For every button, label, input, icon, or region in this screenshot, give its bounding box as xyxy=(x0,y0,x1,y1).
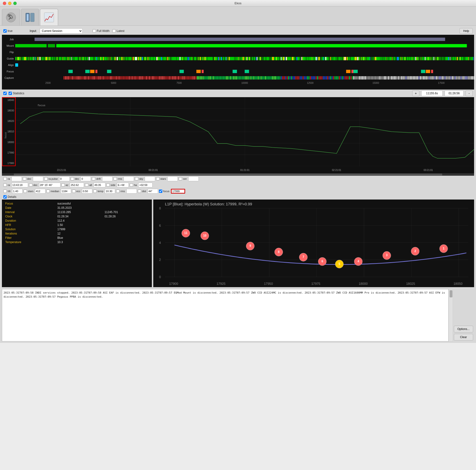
mount-az-cb[interactable] xyxy=(61,183,65,187)
capture-checkbox-label[interactable] xyxy=(3,190,7,193)
maximize-button[interactable] xyxy=(13,2,17,5)
guide-rapulse-cb-label[interactable] xyxy=(44,177,48,180)
guide-rms-cb[interactable] xyxy=(114,177,117,180)
capture-stars-input[interactable] xyxy=(35,189,46,193)
guide-checkbox-label[interactable] xyxy=(3,177,7,180)
details-checkbox-label[interactable]: Details xyxy=(3,195,17,199)
guide-stars-input[interactable] xyxy=(167,176,178,181)
latest-checkbox[interactable] xyxy=(112,29,116,33)
stats-checkbox2[interactable] xyxy=(9,92,12,95)
capture-median-input[interactable] xyxy=(61,189,71,193)
capture-ecc-cb[interactable] xyxy=(72,190,75,193)
guide-snr-cb-label[interactable] xyxy=(179,177,182,180)
mount-side-input[interactable] xyxy=(117,183,129,187)
details-checkbox[interactable] xyxy=(3,195,7,199)
mount-alt-input[interactable] xyxy=(94,183,105,187)
guide-dec-input[interactable] xyxy=(33,176,43,181)
stats-checkbox1[interactable] xyxy=(3,92,7,95)
tab-analyzer[interactable] xyxy=(40,9,58,25)
capture-rms-cb[interactable] xyxy=(116,190,119,193)
guide-drift-cb-label[interactable] xyxy=(92,177,95,180)
guide-rms-cb-label[interactable] xyxy=(114,177,117,180)
capture-temp-input[interactable] xyxy=(105,189,115,193)
timeline-checkbox-label[interactable]: true xyxy=(3,29,13,33)
guide-checkbox[interactable] xyxy=(3,177,7,180)
guide-dec2-cb-label[interactable] xyxy=(71,177,74,180)
mount-ha-cb-label[interactable] xyxy=(130,183,133,187)
mount-checkbox[interactable] xyxy=(3,183,7,187)
guide-dec2-cb[interactable] xyxy=(71,177,74,180)
capture-temp-cb[interactable] xyxy=(93,190,97,193)
full-width-label[interactable]: Full Width xyxy=(93,29,109,33)
mount-ra-input[interactable] xyxy=(11,183,28,187)
capture-ecc-cb-label[interactable] xyxy=(72,190,75,193)
guide-dec-cb[interactable] xyxy=(23,177,26,180)
guide-drift-input[interactable] xyxy=(102,176,113,181)
timeline-checkbox[interactable] xyxy=(3,29,7,33)
guide-dec-cb-label[interactable] xyxy=(23,177,26,180)
mount-side-cb-label[interactable] xyxy=(106,183,110,187)
guide-drift-cb[interactable] xyxy=(92,177,95,180)
tab-modules[interactable] xyxy=(21,9,39,25)
guide-stars-cb-label[interactable] xyxy=(156,177,159,180)
mount-dec-input[interactable] xyxy=(39,183,60,187)
latest-label[interactable]: Latest xyxy=(112,29,124,33)
capture-stars-cb[interactable] xyxy=(24,190,27,193)
stats-checkbox1-label[interactable] xyxy=(3,92,7,95)
log-scrollbar-thumb[interactable] xyxy=(450,290,452,297)
capture-focus-cb-label[interactable] xyxy=(159,190,162,193)
full-width-checkbox[interactable] xyxy=(93,29,96,33)
mount-ha-input[interactable] xyxy=(138,183,153,187)
guide-snr-cb[interactable] xyxy=(179,177,182,180)
mount-side-cb[interactable] xyxy=(106,183,110,187)
options-button[interactable]: Options... xyxy=(454,326,473,332)
graph-scrollbar[interactable] xyxy=(2,173,474,176)
tab-settings[interactable] xyxy=(2,9,20,25)
close-button[interactable] xyxy=(3,2,6,5)
stats-time-input[interactable] xyxy=(444,90,464,96)
capture-stars-cb-label[interactable] xyxy=(24,190,27,193)
capture-dist-cb-label[interactable] xyxy=(138,190,141,193)
mount-alt-cb-label[interactable] xyxy=(85,183,88,187)
capture-focus-cb[interactable] xyxy=(159,190,162,193)
capture-focus-input[interactable] xyxy=(171,189,185,193)
stats-checkbox2-label[interactable]: Statistics xyxy=(9,92,24,95)
minimize-button[interactable] xyxy=(8,2,11,5)
mount-dec-cb[interactable] xyxy=(29,183,32,187)
capture-ecc-input[interactable] xyxy=(82,189,92,193)
capture-median-cb-label[interactable] xyxy=(46,190,50,193)
guide-sky-cb[interactable] xyxy=(135,177,138,180)
stats-plus-button[interactable]: + xyxy=(412,90,419,96)
guide-ra-input[interactable] xyxy=(11,176,22,181)
stats-value-input[interactable] xyxy=(421,90,443,96)
log-scrollbar[interactable] xyxy=(449,289,453,341)
clear-button[interactable]: Clear xyxy=(454,334,473,340)
guide-sky-input[interactable] xyxy=(145,176,155,181)
capture-rms-input[interactable] xyxy=(126,189,137,193)
capture-hfr-input[interactable] xyxy=(12,189,23,193)
capture-rms-cb-label[interactable] xyxy=(116,190,119,193)
guide-sky-cb-label[interactable] xyxy=(135,177,138,180)
capture-temp-cb-label[interactable] xyxy=(93,190,97,193)
guide-rapulse-cb[interactable] xyxy=(44,177,48,180)
guide-stars-cb[interactable] xyxy=(156,177,159,180)
capture-checkbox[interactable] xyxy=(3,190,7,193)
guide-snr-input[interactable] xyxy=(188,176,199,181)
window-controls xyxy=(3,2,17,5)
stats-minus-button[interactable]: - xyxy=(465,90,473,96)
mount-checkbox-label[interactable] xyxy=(3,183,7,187)
mount-alt-cb[interactable] xyxy=(85,183,88,187)
help-button[interactable]: Help xyxy=(459,28,473,34)
mount-dec-cb-label[interactable] xyxy=(29,183,32,187)
detail-val2: 01:28:26 xyxy=(104,214,149,219)
mount-az-input[interactable] xyxy=(70,183,84,187)
mount-ha-cb[interactable] xyxy=(130,183,133,187)
mount-az-cb-label[interactable] xyxy=(61,183,65,187)
guide-dec2-input[interactable] xyxy=(81,176,91,181)
capture-dist-cb[interactable] xyxy=(138,190,141,193)
input-select[interactable]: Current Session xyxy=(40,28,83,34)
guide-rapulse-input[interactable] xyxy=(59,176,70,181)
capture-dist-input[interactable] xyxy=(148,189,158,193)
capture-median-cb[interactable] xyxy=(46,190,50,193)
guide-rms-input[interactable] xyxy=(123,176,134,181)
